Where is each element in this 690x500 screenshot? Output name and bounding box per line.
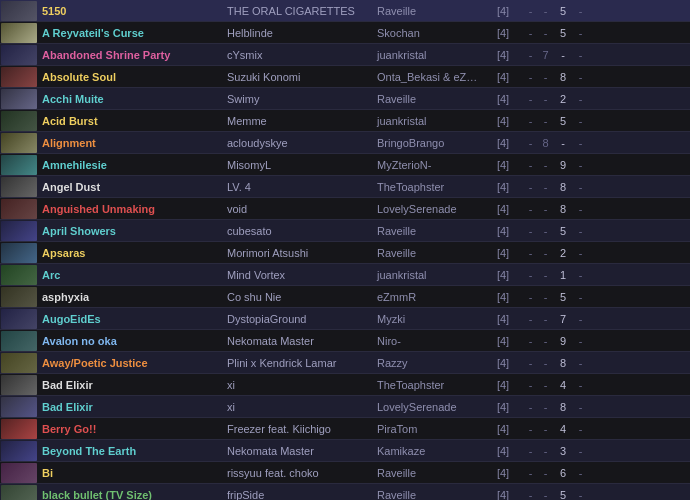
table-row[interactable]: Acid Burst Memme juankristal [4] - - 5 - bbox=[0, 110, 690, 132]
table-row[interactable]: Absolute Soul Suzuki Konomi Onta_Bekasi … bbox=[0, 66, 690, 88]
col-end: - bbox=[573, 159, 588, 171]
thumb-image bbox=[1, 397, 37, 417]
song-diff: [4] bbox=[483, 5, 523, 17]
song-mapper: BringoBrango bbox=[373, 137, 483, 149]
thumb-image bbox=[1, 463, 37, 483]
song-diff: [4] bbox=[483, 445, 523, 457]
song-num: 9 bbox=[553, 159, 573, 171]
table-row[interactable]: Avalon no oka Nekomata Master Niro- [4] … bbox=[0, 330, 690, 352]
song-title: Berry Go!! bbox=[38, 423, 223, 435]
song-artist: fripSide bbox=[223, 489, 373, 501]
song-num: 5 bbox=[553, 225, 573, 237]
song-num: 8 bbox=[553, 181, 573, 193]
table-row[interactable]: Acchi Muite Swimy Raveille [4] - - 2 - bbox=[0, 88, 690, 110]
table-row[interactable]: Away/Poetic Justice Plini x Kendrick Lam… bbox=[0, 352, 690, 374]
table-row[interactable]: Angel Dust LV. 4 TheToaphster [4] - - 8 … bbox=[0, 176, 690, 198]
song-mapper: Onta_Bekasi & eZm... bbox=[373, 71, 483, 83]
table-row[interactable]: Anguished Unmaking void LovelySerenade [… bbox=[0, 198, 690, 220]
col-dash2: - bbox=[538, 357, 553, 369]
col-dash1: - bbox=[523, 159, 538, 171]
thumbnail bbox=[0, 330, 38, 352]
col-end: - bbox=[573, 423, 588, 435]
thumbnail bbox=[0, 396, 38, 418]
song-mapper: juankristal bbox=[373, 115, 483, 127]
song-diff: [4] bbox=[483, 467, 523, 479]
song-title: Bi bbox=[38, 467, 223, 479]
song-title: Absolute Soul bbox=[38, 71, 223, 83]
table-row[interactable]: Beyond The Earth Nekomata Master Kamikaz… bbox=[0, 440, 690, 462]
song-diff: [4] bbox=[483, 27, 523, 39]
song-diff: [4] bbox=[483, 159, 523, 171]
thumb-image bbox=[1, 111, 37, 131]
col-dash2: - bbox=[538, 159, 553, 171]
table-row[interactable]: Apsaras Morimori Atsushi Raveille [4] - … bbox=[0, 242, 690, 264]
col-dash1: - bbox=[523, 379, 538, 391]
song-mapper: Raveille bbox=[373, 247, 483, 259]
col-dash1: - bbox=[523, 225, 538, 237]
table-row[interactable]: Bad Elixir xi LovelySerenade [4] - - 8 - bbox=[0, 396, 690, 418]
col-dash1: - bbox=[523, 489, 538, 501]
table-row[interactable]: asphyxia Co shu Nie eZmmR [4] - - 5 - bbox=[0, 286, 690, 308]
thumbnail bbox=[0, 176, 38, 198]
song-num: 8 bbox=[553, 357, 573, 369]
thumbnail bbox=[0, 462, 38, 484]
col-dash1: - bbox=[523, 27, 538, 39]
song-title: Beyond The Earth bbox=[38, 445, 223, 457]
song-diff: [4] bbox=[483, 357, 523, 369]
col-end: - bbox=[573, 137, 588, 149]
table-row[interactable]: 5150 THE ORAL CIGARETTES Raveille [4] - … bbox=[0, 0, 690, 22]
thumbnail bbox=[0, 88, 38, 110]
song-mapper: Skochan bbox=[373, 27, 483, 39]
col-dash2: - bbox=[538, 71, 553, 83]
table-row[interactable]: Alignment acloudyskye BringoBrango [4] -… bbox=[0, 132, 690, 154]
thumbnail bbox=[0, 440, 38, 462]
song-mapper: MyZterioN- bbox=[373, 159, 483, 171]
song-num: 2 bbox=[553, 93, 573, 105]
table-row[interactable]: AugoEidEs DystopiaGround Myzki [4] - - 7… bbox=[0, 308, 690, 330]
table-row[interactable]: Amnehilesie MisomyL MyZterioN- [4] - - 9… bbox=[0, 154, 690, 176]
col-dash2: - bbox=[538, 247, 553, 259]
song-num: 4 bbox=[553, 423, 573, 435]
col-dash1: - bbox=[523, 269, 538, 281]
song-artist: Freezer feat. Kiichigo bbox=[223, 423, 373, 435]
table-row[interactable]: A Reyvateil's Curse Helblinde Skochan [4… bbox=[0, 22, 690, 44]
col-end: - bbox=[573, 27, 588, 39]
table-row[interactable]: Berry Go!! Freezer feat. Kiichigo PiraTo… bbox=[0, 418, 690, 440]
song-num: 5 bbox=[553, 489, 573, 501]
table-row[interactable]: Arc Mind Vortex juankristal [4] - - 1 - bbox=[0, 264, 690, 286]
song-mapper: LovelySerenade bbox=[373, 203, 483, 215]
table-row[interactable]: Bi rissyuu feat. choko Raveille [4] - - … bbox=[0, 462, 690, 484]
song-artist: void bbox=[223, 203, 373, 215]
col-dash2: - bbox=[538, 313, 553, 325]
col-dash1: - bbox=[523, 445, 538, 457]
song-num: 6 bbox=[553, 467, 573, 479]
col-dash1: - bbox=[523, 181, 538, 193]
song-diff: [4] bbox=[483, 335, 523, 347]
table-row[interactable]: black bullet (TV Size) fripSide Raveille… bbox=[0, 484, 690, 500]
song-diff: [4] bbox=[483, 313, 523, 325]
song-diff: [4] bbox=[483, 181, 523, 193]
col-end: - bbox=[573, 203, 588, 215]
table-row[interactable]: April Showers cubesato Raveille [4] - - … bbox=[0, 220, 690, 242]
thumbnail bbox=[0, 22, 38, 44]
col-end: - bbox=[573, 225, 588, 237]
thumb-image bbox=[1, 375, 37, 395]
col-dash2: - bbox=[538, 379, 553, 391]
col-end: - bbox=[573, 71, 588, 83]
thumbnail bbox=[0, 484, 38, 501]
song-diff: [4] bbox=[483, 247, 523, 259]
col-dash2: - bbox=[538, 335, 553, 347]
thumb-image bbox=[1, 309, 37, 329]
song-diff: [4] bbox=[483, 269, 523, 281]
thumb-image bbox=[1, 89, 37, 109]
thumbnail bbox=[0, 352, 38, 374]
song-diff: [4] bbox=[483, 115, 523, 127]
col-dash1: - bbox=[523, 357, 538, 369]
table-row[interactable]: Bad Elixir xi TheToaphster [4] - - 4 - bbox=[0, 374, 690, 396]
table-row[interactable]: Abandoned Shrine Party cYsmix juankrista… bbox=[0, 44, 690, 66]
song-title: Bad Elixir bbox=[38, 379, 223, 391]
thumbnail bbox=[0, 132, 38, 154]
song-diff: [4] bbox=[483, 71, 523, 83]
thumb-image bbox=[1, 199, 37, 219]
col-end: - bbox=[573, 115, 588, 127]
